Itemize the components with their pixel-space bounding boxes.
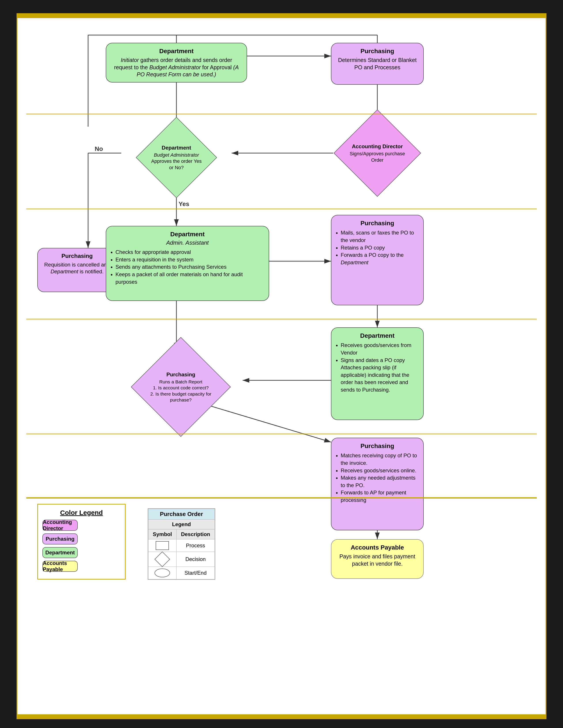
- po-row3-desc: Start/End: [176, 567, 214, 579]
- dept-receive-title: Department: [336, 332, 418, 340]
- legend-swatch-acct-dir: Accounting Director: [42, 520, 78, 531]
- dept-decision-wrap: Department Budget AdministratorApproves …: [121, 127, 231, 188]
- dept-admin-title: Department: [111, 230, 264, 238]
- purchasing-cancel-box: Purchasing Requisition is cancelled and …: [37, 248, 117, 292]
- legend-label-acct-dir: Accounting Director: [43, 519, 77, 531]
- flowchart: Yes No Department: [26, 23, 537, 707]
- legend-item-dept: Department: [42, 547, 120, 558]
- po-row2-desc: Decision: [176, 552, 214, 567]
- po-row1-symbol: [148, 539, 177, 552]
- acct-dir-wrap: Accounting Director Signs/Approves purch…: [322, 120, 433, 191]
- purchasing-batch-content: Purchasing Runs a Batch Report1. Is acco…: [146, 352, 216, 422]
- po-row1-desc: Process: [176, 539, 214, 552]
- legend-item-ap: Accounts Payable: [42, 561, 120, 572]
- dept-start-body: Initiator gathers order details and send…: [111, 56, 242, 78]
- legend-title: Color Legend: [42, 509, 120, 516]
- dept-decision-content: Department Budget AdministratorApproves …: [148, 129, 205, 186]
- svg-text:Yes: Yes: [179, 201, 189, 207]
- legend-label-dept: Department: [45, 550, 75, 556]
- lane-divider-4: [26, 433, 537, 435]
- po-legend-table: Purchase Order Legend Symbol Description…: [148, 509, 215, 579]
- purchasing-top-body: Determines Standard or Blanket PO and Pr…: [336, 56, 418, 71]
- ap-title: Accounts Payable: [336, 544, 418, 552]
- lane-divider-5: [26, 497, 537, 499]
- purchasing-cancel-title: Purchasing: [43, 252, 111, 260]
- legend-swatch-purchasing: Purchasing: [42, 533, 78, 544]
- acct-dir-content: Accounting Director Signs/Approves purch…: [347, 123, 408, 184]
- dept-receive-box: Department Receives goods/services from …: [331, 327, 424, 420]
- legend-swatch-dept: Department: [42, 547, 78, 558]
- dept-start-title: Department: [111, 47, 242, 55]
- purchasing-match-title: Purchasing: [336, 442, 418, 450]
- dept-receive-list: Receives goods/services from Vendor Sign…: [336, 341, 418, 393]
- legend-label-ap: Accounts Payable: [43, 560, 77, 572]
- legend-swatch-ap: Accounts Payable: [42, 561, 78, 572]
- po-col-symbol: Symbol: [148, 529, 177, 539]
- ap-body: Pays invoice and files payment packet in…: [336, 553, 418, 567]
- purchasing-match-list: Matches receiving copy of PO to the invo…: [336, 452, 418, 504]
- purchasing-top-title: Purchasing: [336, 47, 418, 55]
- purchasing-cancel-body: Requisition is cancelled and Department …: [43, 261, 111, 275]
- lane-divider-1: [26, 113, 537, 115]
- purchasing-po-list: Mails, scans or faxes the PO to the vend…: [336, 229, 418, 266]
- purchasing-po-box: Purchasing Mails, scans or faxes the PO …: [331, 215, 424, 305]
- ap-box: Accounts Payable Pays invoice and files …: [331, 539, 424, 579]
- dept-admin-list: Checks for appropriate approval Enters a…: [111, 248, 264, 285]
- color-legend: Color Legend Accounting Director Purchas…: [37, 504, 126, 580]
- legend-item-purchasing: Purchasing: [42, 533, 120, 544]
- po-col-desc: Description: [176, 529, 214, 539]
- arrows-svg: Yes No: [26, 23, 537, 707]
- po-row2-symbol: [148, 552, 177, 567]
- po-legend-title: Purchase Order: [148, 509, 215, 520]
- dept-admin-box: Department Admin. Assistant Checks for a…: [106, 226, 269, 301]
- dept-start-box: Department Initiator gathers order detai…: [106, 43, 247, 83]
- po-legend-subtitle: Legend: [148, 520, 215, 529]
- svg-text:No: No: [95, 145, 103, 152]
- dept-admin-subtitle: Admin. Assistant: [111, 239, 264, 247]
- po-row3-symbol: [148, 567, 177, 579]
- purchasing-top-box: Purchasing Determines Standard or Blanke…: [331, 43, 424, 85]
- legend-item-acct-dir: Accounting Director: [42, 520, 120, 531]
- legend-label-purchasing: Purchasing: [46, 536, 75, 542]
- purchasing-match-box: Purchasing Matches receiving copy of PO …: [331, 438, 424, 530]
- purchasing-batch-wrap: Purchasing Runs a Batch Report1. Is acco…: [115, 349, 247, 433]
- lane-divider-2: [26, 208, 537, 210]
- lane-divider-3: [26, 319, 537, 320]
- purchasing-po-title: Purchasing: [336, 219, 418, 227]
- po-legend: Purchase Order Legend Symbol Description…: [148, 508, 215, 580]
